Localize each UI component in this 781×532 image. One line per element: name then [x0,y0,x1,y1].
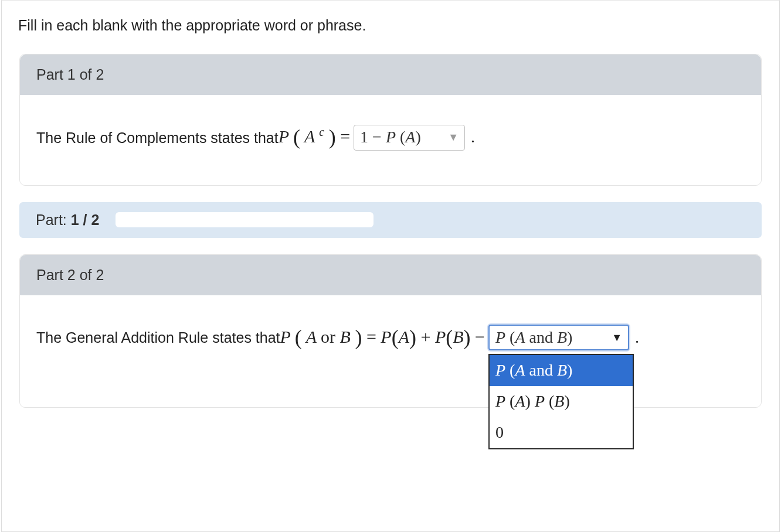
minus-sign: − [475,327,485,346]
math-sup-c: c [319,125,324,138]
part-2-header: Part 2 of 2 [20,255,761,295]
plus-sign: + [421,327,431,346]
chevron-down-icon: ▼ [612,329,622,346]
part-2-period: . [635,325,639,351]
part-2-math-lhs: P ( A or B ) = P(A) + P(B) − [280,321,485,355]
part-2-dropdown-wrapper: P (A and B) ▼ P (A and B) P (A) P (B) 0 [485,325,633,350]
part-2-answer-dropdown[interactable]: P (A and B) ▼ [488,325,629,350]
instruction-text: Fill in each blank with the appropriate … [2,1,779,45]
part-2-body: The General Addition Rule states that P … [20,295,761,408]
equals-sign: = [340,127,350,146]
part-1-text-before: The Rule of Complements states that [36,126,279,149]
question-page: Fill in each blank with the appropriate … [1,0,780,532]
close-paren-icon: ) [329,125,336,149]
math-P: P [279,127,289,146]
progress-label-value: 1 / 2 [71,212,100,228]
part-2-dropdown-value: P (A and B) [495,325,572,351]
progress-label: Part: 1 / 2 [36,212,99,229]
progress-block: Part: 1 / 2 [19,202,762,238]
part-1-header: Part 1 of 2 [20,54,761,95]
chevron-down-icon: ▼ [448,129,459,146]
part-1-period: . [471,124,475,151]
dropdown-option-2[interactable]: P (A) P (B) [490,386,633,417]
part-2-header-text: Part 2 of 2 [36,267,104,283]
equals-sign-2: = [366,327,376,346]
part-1-body: The Rule of Complements states that P ( … [20,95,761,185]
part-1-answer-dropdown[interactable]: 1 − P (A) ▼ [354,125,465,151]
instruction-content: Fill in each blank with the appropriate … [18,17,366,33]
math-or: or [321,327,340,346]
dropdown-option-3[interactable]: 0 [490,417,633,448]
part-1-math-lhs: P ( A c ) = [279,121,350,155]
math-A: A [304,127,315,146]
dropdown-option-1[interactable]: P (A and B) [490,355,633,386]
part-1-dropdown-value: 1 − P (A) [360,124,421,151]
part-1-header-text: Part 1 of 2 [36,66,104,83]
open-paren-icon: ( [293,125,300,149]
progress-label-prefix: Part: [36,212,71,228]
part-2-dropdown-menu: P (A and B) P (A) P (B) 0 [488,354,634,449]
dropdown-option-3-text: 0 [495,423,504,441]
part-2-text-before: The General Addition Rule states that [36,326,280,349]
progress-bar [116,212,373,227]
part-2-block: Part 2 of 2 The General Addition Rule st… [19,254,762,408]
part-1-block: Part 1 of 2 The Rule of Complements stat… [19,54,762,186]
